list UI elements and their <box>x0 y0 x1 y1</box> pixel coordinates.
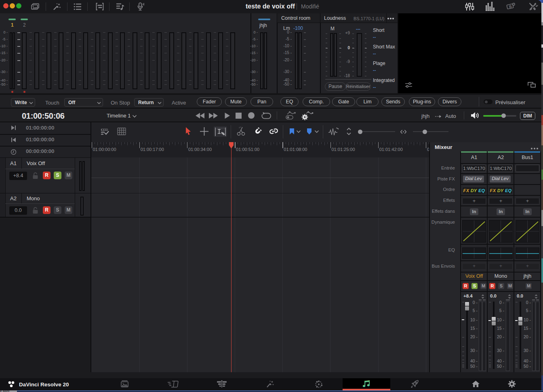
svg-text:B: B <box>509 4 512 9</box>
